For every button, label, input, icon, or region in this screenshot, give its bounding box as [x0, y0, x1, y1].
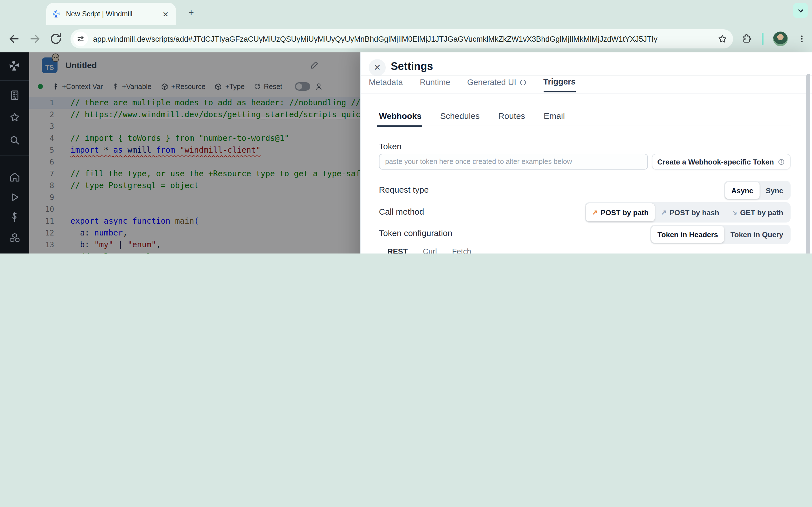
- screen: New Script | Windmill ✕ + app.windmill.d…: [0, 0, 812, 253]
- profile-avatar[interactable]: [773, 32, 788, 46]
- divider: [361, 75, 812, 76]
- drawer-title: Settings: [391, 60, 433, 73]
- call-method-segment: ↗ POST by path ↗ POST by hash ↘ GET by p…: [585, 202, 791, 223]
- runs-icon[interactable]: [9, 191, 20, 203]
- option-async[interactable]: Async: [725, 182, 760, 199]
- windmill-logo[interactable]: [8, 60, 21, 72]
- request-type-label: Request type: [379, 185, 429, 194]
- app-sidebar: [0, 52, 29, 253]
- search-icon[interactable]: [9, 135, 20, 146]
- token-config-label: Token configuration: [379, 228, 452, 238]
- resources-icon[interactable]: [9, 232, 20, 243]
- extensions-icon[interactable]: [741, 33, 752, 45]
- trigger-tabs: Webhooks Schedules Routes Email: [379, 111, 565, 121]
- home-icon[interactable]: [9, 171, 20, 182]
- option-post-by-path[interactable]: ↗ POST by path: [586, 203, 655, 221]
- tab-triggers[interactable]: Triggers: [543, 77, 575, 93]
- windmill-app: TS Untitled +Context Var +Variable +Reso…: [0, 52, 812, 253]
- browser-toolbar: app.windmill.dev/scripts/add#JTdCJTIyaGF…: [0, 25, 812, 52]
- info-icon: [778, 158, 785, 165]
- reload-icon[interactable]: [49, 32, 63, 46]
- tab-fetch[interactable]: Fetch: [452, 247, 471, 253]
- windmill-favicon-icon: [52, 10, 61, 18]
- url-text[interactable]: app.windmill.dev/scripts/add#JTdCJTIyaGF…: [93, 35, 713, 43]
- arrow-up-right-icon: ↗: [661, 209, 666, 216]
- tab-email[interactable]: Email: [544, 111, 565, 121]
- close-icon[interactable]: ✕: [369, 59, 386, 76]
- active-tab-underline: [377, 125, 422, 126]
- workspace-icon[interactable]: [9, 90, 20, 101]
- option-sync[interactable]: Sync: [760, 182, 790, 199]
- tab-metadata[interactable]: Metadata: [369, 77, 403, 93]
- token-config-segment: Token in Headers Token in Query: [650, 225, 791, 244]
- tab-curl[interactable]: Curl: [423, 247, 437, 253]
- sidebar-divider: [0, 80, 29, 80]
- call-method-label: Call method: [379, 207, 424, 216]
- drawer-scrollbar[interactable]: [806, 74, 810, 253]
- settings-tabs: Metadata Runtime Generated UI Triggers: [369, 77, 576, 93]
- browser-tab[interactable]: New Script | Windmill ✕: [46, 3, 176, 25]
- option-label: POST by hash: [669, 208, 719, 217]
- tab-strip-chevron-icon[interactable]: [793, 3, 808, 18]
- bookmark-star-icon[interactable]: [717, 34, 727, 44]
- tab-label: Generated UI: [467, 78, 516, 87]
- menu-dots-icon[interactable]: [797, 34, 806, 43]
- back-icon[interactable]: [7, 32, 21, 46]
- browser-tab-strip: New Script | Windmill ✕ +: [0, 0, 812, 25]
- option-post-by-hash[interactable]: ↗ POST by hash: [655, 203, 725, 221]
- settings-drawer: ✕ Settings Metadata Runtime Generated UI…: [360, 52, 812, 253]
- info-icon: [519, 78, 526, 86]
- option-label: POST by path: [601, 208, 649, 217]
- arrow-up-right-icon: ↗: [592, 209, 598, 216]
- tab-webhooks[interactable]: Webhooks: [379, 111, 421, 121]
- option-token-in-headers[interactable]: Token in Headers: [651, 226, 724, 243]
- variables-icon[interactable]: [9, 211, 20, 223]
- tab-rest[interactable]: REST: [388, 247, 408, 253]
- tab-schedules[interactable]: Schedules: [440, 111, 479, 121]
- url-bar[interactable]: app.windmill.dev/scripts/add#JTdCJTIyaGF…: [70, 29, 733, 48]
- request-type-segment: Async Sync: [724, 181, 791, 200]
- tab-title: New Script | Windmill: [66, 10, 161, 18]
- option-label: GET by path: [740, 208, 783, 217]
- create-webhook-token-button[interactable]: Create a Webhook-specific Token: [652, 154, 791, 170]
- sidebar-divider: [0, 155, 29, 156]
- divider: [377, 126, 791, 126]
- example-tabs: REST Curl Fetch: [388, 247, 471, 253]
- button-label: Create a Webhook-specific Token: [657, 158, 774, 166]
- new-tab-icon[interactable]: +: [185, 6, 198, 20]
- option-get-by-path[interactable]: ↘ GET by path: [725, 203, 790, 221]
- favorites-icon[interactable]: [9, 112, 20, 123]
- tab-runtime[interactable]: Runtime: [420, 77, 450, 93]
- token-input[interactable]: [379, 154, 648, 170]
- browser-actions: [741, 32, 806, 46]
- token-label: Token: [379, 142, 402, 151]
- tab-close-icon[interactable]: ✕: [161, 9, 170, 19]
- tab-routes[interactable]: Routes: [498, 111, 525, 121]
- divider: [361, 94, 812, 94]
- toolbar-divider: [762, 33, 763, 45]
- forward-icon[interactable]: [28, 32, 42, 46]
- site-settings-icon[interactable]: [73, 32, 88, 46]
- arrow-down-right-icon: ↘: [732, 209, 737, 216]
- tab-generated-ui[interactable]: Generated UI: [467, 77, 526, 93]
- option-token-in-query[interactable]: Token in Query: [724, 226, 790, 243]
